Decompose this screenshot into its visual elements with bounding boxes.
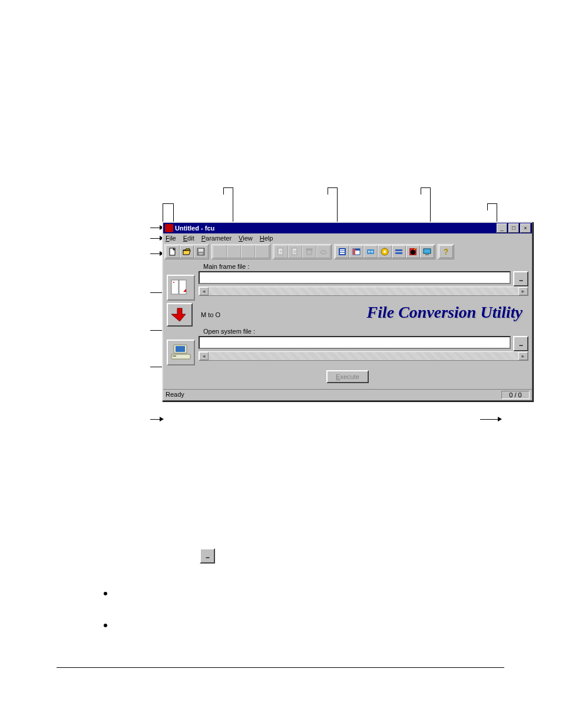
direction-label: M to O	[201, 311, 220, 318]
svg-rect-22	[395, 252, 402, 254]
open-file-label: Open system file :	[203, 328, 528, 335]
toolbar-group-page: + R	[273, 244, 332, 259]
menu-file[interactable]: File	[166, 235, 176, 242]
menubar: File Edit Parameter View Help	[163, 233, 532, 243]
help-button[interactable]: ?	[439, 245, 453, 258]
execute-button[interactable]: Execute	[326, 370, 369, 383]
opt-btn-7[interactable]	[420, 245, 434, 258]
mainframe-file-input[interactable]	[199, 271, 511, 284]
svg-rect-13	[340, 251, 345, 252]
svg-rect-3	[199, 253, 203, 255]
svg-text:?: ?	[444, 247, 449, 256]
bars-icon	[394, 247, 404, 256]
open-system-browse-button[interactable]: ...	[513, 336, 528, 351]
scroll-right-icon[interactable]: ►	[518, 352, 528, 360]
titlebar[interactable]: Untitled - fcu _ □ ×	[163, 223, 532, 233]
edit-btn-1[interactable]	[213, 245, 227, 258]
open-button[interactable]	[180, 245, 194, 258]
bomb-icon	[408, 247, 418, 256]
scroll-left-icon[interactable]: ◄	[199, 287, 209, 295]
opt-btn-2[interactable]	[349, 245, 363, 258]
menu-parameter[interactable]: Parameter	[201, 235, 232, 242]
svg-rect-21	[395, 249, 402, 251]
disc-icon	[380, 247, 389, 256]
page-btn-3[interactable]	[302, 245, 316, 258]
open-system-icon-box	[167, 340, 195, 365]
svg-rect-9	[306, 249, 312, 250]
edit-btn-4[interactable]	[255, 245, 269, 258]
save-button[interactable]	[194, 245, 208, 258]
trash-icon	[305, 247, 314, 256]
toolbar-group-help: ?	[438, 244, 454, 259]
menu-view[interactable]: View	[239, 235, 253, 242]
app-window: Untitled - fcu _ □ × File Edit Parameter…	[162, 222, 533, 401]
svg-rect-34	[176, 346, 185, 352]
toolbar-group-file	[164, 244, 209, 259]
help-icon: ?	[441, 247, 451, 256]
toolbar-group-edit	[211, 244, 270, 259]
svg-rect-2	[199, 249, 203, 252]
pages-icon	[171, 279, 191, 297]
doc-plus-icon: +	[276, 247, 286, 256]
monitor-icon	[422, 247, 432, 256]
menu-edit[interactable]: Edit	[183, 235, 194, 242]
toolbar: + R	[163, 243, 532, 261]
swap-icon	[366, 247, 375, 256]
scroll-left-icon[interactable]: ◄	[199, 352, 209, 360]
status-text: Ready	[166, 391, 499, 399]
mainframe-label: Main frame file :	[203, 263, 528, 270]
page-btn-4[interactable]	[316, 245, 330, 258]
inline-browse-icon: ...	[200, 548, 215, 564]
opt-btn-6[interactable]	[406, 245, 420, 258]
new-button[interactable]	[166, 245, 180, 258]
product-title: File Conversion Utility	[367, 303, 523, 322]
open-folder-icon	[182, 247, 191, 256]
opt-btn-4[interactable]	[378, 245, 392, 258]
edit-btn-2[interactable]	[227, 245, 241, 258]
svg-point-24	[411, 250, 415, 255]
open-system-scrollbar[interactable]: ◄ ►	[199, 351, 528, 361]
toolbar-group-options	[334, 244, 435, 259]
edit-btn-3[interactable]	[241, 245, 255, 258]
direction-button[interactable]	[167, 303, 193, 327]
mainframe-browse-button[interactable]: ...	[513, 271, 528, 286]
svg-rect-36	[173, 355, 176, 357]
save-icon	[196, 247, 206, 256]
svg-rect-8	[307, 250, 312, 255]
window-title: Untitled - fcu	[175, 225, 495, 232]
client-area: Main frame file : ...	[163, 261, 532, 389]
svg-point-20	[384, 251, 386, 253]
svg-point-10	[320, 251, 326, 254]
open-system-file-input[interactable]	[199, 336, 511, 349]
scroll-right-icon[interactable]: ►	[518, 287, 528, 295]
minimize-button[interactable]: _	[497, 223, 507, 233]
mainframe-scrollbar[interactable]: ◄ ►	[199, 286, 528, 296]
svg-rect-16	[353, 249, 355, 255]
statusbar: Ready 0 / 0	[163, 389, 532, 400]
svg-rect-17	[355, 249, 360, 251]
layout-icon	[352, 247, 361, 256]
opt-btn-5[interactable]	[392, 245, 406, 258]
computer-icon	[170, 344, 191, 361]
app-icon	[165, 224, 173, 232]
menu-help[interactable]: Help	[260, 235, 273, 242]
opt-btn-1[interactable]	[335, 245, 349, 258]
list-icon	[338, 247, 347, 256]
svg-rect-12	[340, 249, 345, 251]
svg-point-31	[173, 282, 174, 283]
svg-rect-27	[425, 254, 429, 255]
opt-btn-3[interactable]	[363, 245, 378, 258]
svg-rect-14	[340, 253, 345, 254]
svg-text:R: R	[293, 249, 297, 255]
page-btn-2[interactable]: R	[288, 245, 302, 258]
close-button[interactable]: ×	[520, 223, 531, 233]
maximize-button[interactable]: □	[508, 223, 519, 233]
new-icon	[168, 247, 177, 256]
mainframe-icon-box	[167, 275, 195, 301]
doc-r-icon: R	[290, 247, 300, 256]
svg-rect-30	[179, 280, 186, 294]
page-btn-1[interactable]: +	[274, 245, 288, 258]
svg-rect-26	[424, 249, 431, 253]
status-progress: 0 / 0	[501, 391, 530, 399]
down-arrow-icon	[171, 307, 188, 323]
